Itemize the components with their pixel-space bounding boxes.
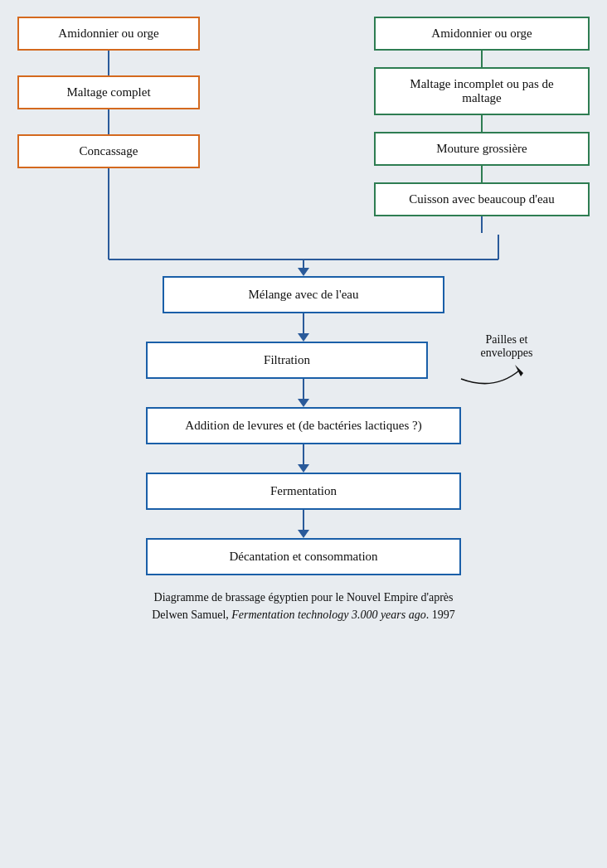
connector-line — [108, 168, 109, 235]
arrow-down — [298, 530, 309, 538]
connector-line — [303, 510, 304, 530]
connector-line — [481, 166, 483, 182]
flow-box3: Addition de levures et (de bactéries lac… — [146, 407, 461, 444]
caption-line2-end: . 1997 — [426, 609, 455, 621]
right-column: Amidonnier ou orge Maltage incomplet ou … — [374, 17, 590, 233]
merge-svg — [17, 235, 590, 276]
caption-line2-italic: Fermentation technology 3.000 years ago — [231, 609, 425, 621]
flow-box4: Fermentation — [146, 473, 461, 510]
left-column: Amidonnier ou orge Maltage complet Conca… — [17, 17, 200, 235]
flow-box5: Décantation et consommation — [146, 538, 461, 575]
right-box1: Amidonnier ou orge — [374, 17, 590, 51]
connector-line — [481, 51, 483, 67]
svg-marker-6 — [515, 365, 523, 376]
svg-marker-5 — [298, 268, 309, 276]
connector-line — [108, 109, 109, 134]
caption-line2-plain: Delwen Samuel, — [152, 609, 231, 621]
connector-line — [303, 444, 304, 464]
top-section: Amidonnier ou orge Maltage complet Conca… — [17, 17, 590, 235]
connector-line — [481, 115, 483, 132]
connector-line — [303, 379, 304, 399]
caption-line1: Diagramme de brassage égyptien pour le N… — [154, 591, 454, 604]
connector-line — [481, 216, 483, 233]
arrow-down — [298, 399, 309, 407]
caption: Diagramme de brassage égyptien pour le N… — [22, 589, 585, 623]
right-box4: Cuisson avec beaucoup d'eau — [374, 182, 590, 216]
flow-box1: Mélange avec de l'eau — [163, 276, 444, 313]
right-box3: Mouture grossière — [374, 132, 590, 166]
merge-connector — [17, 235, 590, 276]
diagram-container: Amidonnier ou orge Maltage complet Conca… — [17, 17, 590, 623]
connector-line — [303, 313, 304, 333]
right-box2: Maltage incomplet ou pas de maltage — [374, 67, 590, 115]
arrow-down — [298, 333, 309, 342]
connector-line — [108, 51, 109, 75]
flow-box2: Filtration — [146, 342, 428, 379]
left-box2: Maltage complet — [17, 75, 200, 109]
left-box3: Concassage — [17, 134, 200, 168]
filtration-row: Filtration Pailles et enveloppes — [146, 342, 461, 379]
arrow-down — [298, 464, 309, 473]
left-box1: Amidonnier ou orge — [17, 17, 200, 51]
side-arrow-svg — [453, 342, 552, 391]
flow-section: Mélange avec de l'eau Filtration Pailles… — [17, 276, 590, 575]
